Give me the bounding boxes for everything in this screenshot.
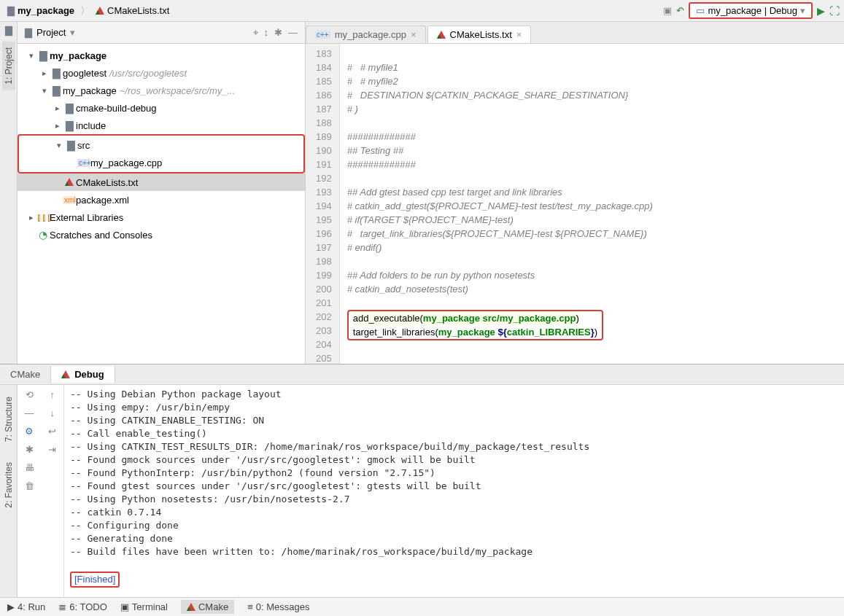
breadcrumb-file-label: CMakeLists.txt — [107, 5, 169, 16]
tree-label: package.xml — [76, 195, 129, 206]
down-icon[interactable]: ↓ — [50, 408, 55, 418]
side-tab-favorites[interactable]: 2: Favorites — [2, 456, 15, 514]
debug-button[interactable]: ⛶ — [829, 5, 840, 17]
tree-external-libraries[interactable]: ▸ ⫿⫿⫿ External Libraries — [18, 208, 305, 226]
expand-icon[interactable]: ▾ — [54, 141, 64, 150]
breadcrumb-root-label: my_package — [18, 5, 74, 16]
tree-root[interactable]: ▾ ▇ my_package — [18, 47, 305, 64]
tab-label: my_package.cpp — [335, 29, 406, 40]
tree-label: Scratches and Consoles — [50, 230, 152, 241]
tree-package-xml[interactable]: xml package.xml — [18, 191, 305, 208]
cpp-icon: c++ — [315, 31, 330, 39]
cpp-icon: c++ — [77, 159, 90, 167]
breadcrumb-file[interactable]: CMakeLists.txt — [93, 4, 172, 17]
refresh-icon[interactable]: ⟲ — [26, 389, 34, 400]
tree-mypackage[interactable]: ▾ ▇ my_package~/ros_workspace/src/my_... — [18, 82, 305, 99]
folder-icon: ▇ — [7, 5, 15, 16]
gear-icon[interactable]: ✱ — [26, 444, 34, 455]
close-icon[interactable]: × — [411, 29, 417, 40]
collapse-icon[interactable]: ↕ — [264, 27, 269, 39]
folder-icon: ▇ — [63, 102, 76, 114]
expand-icon[interactable]: ▸ — [53, 104, 63, 113]
tree-path: ~/ros_workspace/src/my_... — [120, 85, 236, 96]
close-icon[interactable]: × — [516, 29, 522, 40]
trash-icon[interactable]: 🗑 — [25, 480, 34, 491]
status-terminal[interactable]: ▣Terminal — [120, 601, 168, 612]
up-icon[interactable]: ↑ — [50, 389, 55, 400]
run-configuration-selector[interactable]: ▭ my_package | Debug ▾ — [689, 2, 813, 19]
code-content[interactable]: # # myfile1 # # myfile2 # DESTINATION ${… — [340, 44, 660, 364]
gear-icon[interactable]: ✱ — [274, 27, 282, 39]
window-icon: ▭ — [696, 5, 705, 16]
bottom-tab-cmake[interactable]: CMake — [0, 366, 51, 383]
tree-label: include — [76, 120, 106, 131]
expand-icon[interactable]: ▸ — [26, 213, 36, 222]
run-button[interactable]: ▶ — [817, 5, 825, 17]
library-icon: ⫿⫿⫿ — [36, 211, 50, 223]
folder-icon: ▇ — [5, 25, 12, 36]
tree-cmake-build-debug[interactable]: ▸ ▇ cmake-build-debug — [18, 99, 305, 117]
build-icon[interactable]: ▣ — [663, 5, 672, 16]
tree-cpp-file[interactable]: c++ my_package.cpp — [19, 154, 303, 171]
reload-icon[interactable]: ↶ — [676, 5, 684, 16]
expand-icon[interactable]: ▾ — [26, 51, 36, 61]
terminal-icon: ▣ — [120, 601, 129, 612]
locate-icon[interactable]: ⌖ — [253, 27, 258, 39]
left-tool-strip: ▇ 1: Project — [0, 22, 18, 364]
tree-cmakelists[interactable]: CMakeLists.txt — [18, 174, 305, 191]
editor-tabs: c++ my_package.cpp × CMakeLists.txt × — [306, 22, 844, 44]
tree-scratches[interactable]: ◔ Scratches and Consoles — [18, 226, 305, 243]
folder-icon: ▇ — [64, 139, 77, 151]
tab-label: CMakeLists.txt — [450, 29, 512, 40]
editor-tab-cmake[interactable]: CMakeLists.txt × — [427, 26, 532, 43]
editor-area: c++ my_package.cpp × CMakeLists.txt × 18… — [306, 22, 844, 364]
tree-label: my_package.cpp — [90, 157, 162, 168]
side-tab-structure[interactable]: 7: Structure — [2, 391, 15, 448]
expand-icon[interactable]: ▾ — [39, 86, 50, 95]
top-toolbar: ▇ my_package 〉 CMakeLists.txt ▣ ↶ ▭ my_p… — [0, 0, 844, 22]
tree-src[interactable]: ▾ ▇ src — [19, 136, 303, 154]
expand-icon[interactable]: ▸ — [39, 69, 50, 78]
status-bar: ▶4: Run ≣6: TODO ▣Terminal CMake ≡0: Mes… — [0, 597, 844, 616]
run-configuration-label: my_package | Debug — [708, 5, 797, 16]
console-tool-column-2: ↑ ↓ ↩ ⇥ — [41, 385, 64, 597]
dropdown-arrow-icon[interactable]: ▾ — [70, 27, 75, 38]
chevron-right-icon: 〉 — [80, 4, 90, 17]
expand-icon[interactable]: ▸ — [53, 121, 63, 130]
line-number-gutter: 1831841851861871881891901911921931941951… — [306, 44, 340, 364]
tree-label: src — [77, 140, 90, 151]
tree-label: my_package — [63, 85, 117, 96]
stop-icon[interactable]: — — [25, 408, 34, 418]
settings-icon[interactable]: ⚙ — [25, 426, 34, 437]
editor-body[interactable]: 1831841851861871881891901911921931941951… — [306, 44, 844, 364]
scroll-icon[interactable]: ⇥ — [48, 444, 56, 455]
cmake-icon — [96, 7, 104, 15]
bottom-tab-debug[interactable]: Debug — [51, 366, 115, 383]
status-todo[interactable]: ≣6: TODO — [58, 601, 107, 612]
breadcrumb: ▇ my_package 〉 CMakeLists.txt — [4, 4, 663, 17]
tree-label: CMakeLists.txt — [76, 177, 138, 188]
cmake-icon — [63, 176, 76, 188]
folder-icon: ▇ — [50, 85, 63, 96]
side-tab-project[interactable]: 1: Project — [2, 42, 15, 90]
xml-icon: xml — [63, 196, 76, 204]
dropdown-arrow-icon: ▾ — [800, 5, 805, 16]
breadcrumb-root[interactable]: ▇ my_package — [4, 4, 77, 17]
todo-icon: ≣ — [58, 601, 66, 612]
project-panel-title[interactable]: Project — [36, 27, 66, 38]
folder-icon: ▇ — [36, 50, 50, 61]
console-output[interactable]: -- Using Debian Python package layout-- … — [64, 385, 844, 597]
project-panel-header: ▇ Project ▾ ⌖ ↕ ✱ — — [18, 22, 305, 44]
print-icon[interactable]: 🖶 — [25, 462, 34, 473]
tree-include[interactable]: ▸ ▇ include — [18, 117, 305, 134]
messages-icon: ≡ — [247, 601, 253, 612]
console-tool-column-1: ⟲ — ⚙ ✱ 🖶 🗑 — [18, 385, 41, 597]
status-messages[interactable]: ≡0: Messages — [247, 601, 309, 612]
status-cmake[interactable]: CMake — [181, 600, 234, 614]
hide-icon[interactable]: — — [288, 27, 298, 39]
status-run[interactable]: ▶4: Run — [7, 601, 45, 612]
tree-googletest[interactable]: ▸ ▇ googletest/usr/src/googletest — [18, 64, 305, 82]
editor-tab-cpp[interactable]: c++ my_package.cpp × — [306, 26, 426, 43]
wrap-icon[interactable]: ↩ — [48, 426, 56, 437]
tree-label: my_package — [50, 50, 107, 61]
